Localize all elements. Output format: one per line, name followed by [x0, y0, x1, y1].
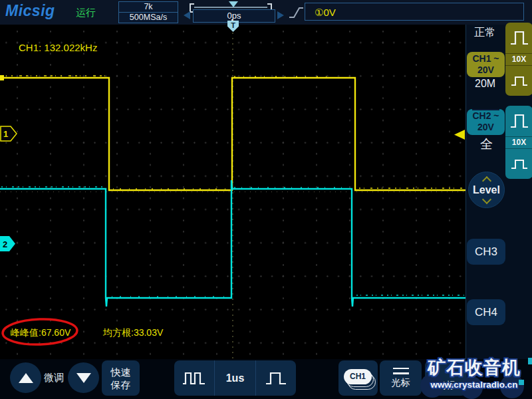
ch4-button[interactable]: CH4: [467, 299, 505, 325]
cursor-lines-icon: [393, 368, 409, 374]
double-pulse-icon: [182, 369, 207, 388]
level-button-label: Level: [473, 185, 500, 196]
ch2-button[interactable]: CH2 ~ 20V: [467, 109, 505, 135]
oscilloscope-app: Micsig 运行 7k 500MSa/s 0ps ①0V T CH1: 132…: [0, 0, 532, 399]
ch1-trace-start: [0, 75, 4, 80]
ch1-button[interactable]: CH1 ~ 20V: [467, 52, 505, 77]
watermark-accent: [519, 380, 524, 385]
triangle-down-icon: [76, 373, 91, 383]
ch2-probe-ratio[interactable]: 10X: [505, 136, 532, 149]
ch1-marker-label: 1: [3, 129, 8, 139]
pulse-icon: [509, 156, 529, 172]
memory-depth: 7k: [119, 2, 178, 12]
zoom-in-timebase-button[interactable]: [255, 360, 296, 396]
ch2-button-line2: 20V: [467, 122, 505, 133]
delay-left-arrow-icon[interactable]: [184, 11, 190, 19]
pulse-icon: [509, 72, 529, 88]
trigger-position-marker-icon[interactable]: [229, 1, 238, 7]
sample-rate: 500MSa/s: [119, 12, 178, 23]
peak-to-peak-readout: 峰峰值:67.60V: [11, 327, 70, 339]
timebase-group: 1us: [174, 360, 296, 396]
chevron-down-icon: [481, 194, 491, 203]
ch1-probe-block: 10X: [505, 23, 532, 96]
ch1-button-line2: 20V: [467, 65, 505, 76]
ch2-coupling-label: 全: [480, 136, 493, 153]
ch2-marker-label: 2: [3, 239, 7, 249]
zoom-out-timebase-button[interactable]: [174, 360, 214, 396]
fine-tune-label: 微调: [44, 372, 64, 384]
ch1-frequency-readout: CH1: 132.022kHz: [19, 42, 97, 53]
watermark-accent: [528, 358, 532, 364]
rms-readout: 均方根:33.03V: [103, 327, 163, 339]
cursor-button[interactable]: 光标: [380, 360, 422, 396]
ch1-bandwidth-label: 20M: [475, 78, 495, 90]
right-panel: 正常 10X CH1 ~ 20V 20M 10X CH2 ~: [466, 25, 532, 359]
ch1-probe-ratio[interactable]: 10X: [505, 53, 532, 66]
bottom-bar: 微调 快速 保存 1us CH1 光标 光标: [0, 359, 532, 399]
center-axis: [0, 192, 466, 192]
run-status[interactable]: 运行: [76, 7, 96, 19]
ch1-trace: [0, 78, 466, 190]
trigger-level-arrow[interactable]: [454, 130, 465, 140]
timebase-value[interactable]: 1us: [214, 360, 255, 396]
ch1-button-line1: CH1 ~: [467, 53, 505, 65]
scope-display: T CH1: 132.022kHz 峰峰值:67.60V 均方根:33.03V …: [0, 25, 466, 359]
watermark-circle: [500, 374, 524, 398]
ch2-pulse-small-button[interactable]: [505, 149, 532, 180]
trigger-slope-icon[interactable]: [288, 5, 304, 21]
pulse-icon: [508, 28, 531, 48]
trigger-source-box[interactable]: ①0V: [305, 3, 524, 21]
quick-save-line2: 保存: [102, 378, 140, 391]
micsig-logo: Micsig: [5, 2, 55, 20]
single-pulse-icon: [264, 369, 288, 388]
sample-info-box[interactable]: 7k 500MSa/s: [118, 1, 178, 23]
trigger-mode-label: 正常: [474, 26, 495, 40]
ch1-position-marker[interactable]: [1, 126, 17, 141]
increment-button[interactable]: [10, 362, 41, 393]
quick-save-line1: 快速: [102, 366, 140, 378]
ch2-pulse-button[interactable]: [505, 106, 532, 136]
delay-right-arrow-icon[interactable]: [277, 11, 284, 19]
cursor-label: 光标: [392, 377, 410, 389]
triangle-up-icon: [19, 373, 33, 383]
channel-select-label: CH1: [344, 369, 372, 384]
ch1-pulse-button[interactable]: [505, 23, 532, 53]
obscured-button[interactable]: 光标: [425, 360, 467, 396]
pulse-icon: [508, 111, 531, 131]
trigger-time-marker[interactable]: T: [227, 21, 239, 32]
ch2-probe-block: 10X: [505, 106, 532, 179]
ch2-trace: [0, 180, 466, 307]
ch3-button[interactable]: CH3: [467, 239, 505, 265]
ch2-position-marker[interactable]: [0, 236, 15, 251]
top-bar: Micsig 运行 7k 500MSa/s 0ps ①0V: [0, 0, 532, 25]
quick-save-button[interactable]: 快速 保存: [102, 360, 140, 396]
level-button[interactable]: Level: [468, 172, 505, 208]
decrement-button[interactable]: [68, 362, 99, 393]
channel-select-button[interactable]: CH1: [338, 360, 378, 396]
ch2-button-line1: CH2 ~: [467, 110, 505, 122]
ch1-pulse-small-button[interactable]: [505, 66, 532, 96]
